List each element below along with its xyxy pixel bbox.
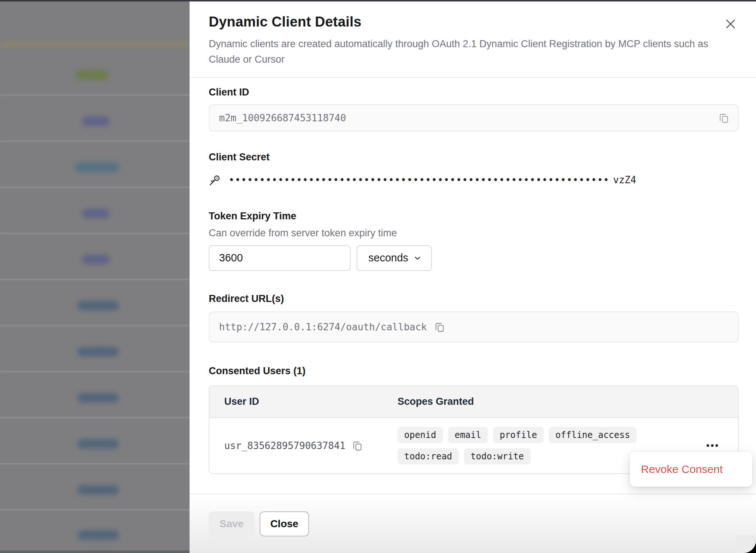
backdrop-accent-band (0, 41, 190, 48)
token-expiry-unit-select[interactable]: seconds (357, 245, 432, 271)
row-actions-menu-button[interactable] (703, 441, 722, 451)
chevron-down-icon (413, 253, 422, 263)
user-id-cell: usr_83562895790637841 (209, 439, 398, 452)
redirect-urls-field: http://127.0.0.1:6274/oauth/callback (209, 312, 739, 342)
client-id-label: Client ID (209, 86, 739, 98)
dynamic-client-details-dialog: Dynamic Client Details Dynamic clients a… (190, 1, 756, 553)
scope-chip: todo:read (398, 448, 459, 465)
backdrop-overlay (0, 0, 190, 553)
dialog-footer: Save Close (190, 494, 756, 553)
close-icon (724, 17, 738, 31)
token-expiry-section: Token Expiry Time Can override from serv… (209, 210, 739, 271)
client-id-field: m2m_100926687453118740 (209, 104, 739, 132)
client-secret-label: Client Secret (209, 151, 739, 163)
token-expiry-label: Token Expiry Time (209, 210, 739, 222)
dialog-header: Dynamic Client Details Dynamic clients a… (190, 1, 756, 78)
column-header-user-id: User ID (209, 396, 398, 407)
user-id-value: usr_83562895790637841 (224, 440, 346, 451)
copy-client-id-button[interactable] (718, 112, 730, 124)
scope-chip: profile (493, 427, 544, 443)
copy-icon (434, 321, 445, 333)
client-id-value: m2m_100926687453118740 (219, 112, 346, 124)
close-button[interactable]: Close (260, 511, 309, 536)
close-dialog-button[interactable] (723, 16, 738, 32)
token-expiry-input[interactable] (209, 245, 351, 271)
copy-icon (351, 439, 363, 452)
row-actions-context-menu: Revoke Consent (630, 452, 752, 487)
dialog-body: Client ID m2m_100926687453118740 Client … (190, 78, 756, 494)
token-expiry-unit-value: seconds (368, 252, 408, 264)
table-header-row: User ID Scopes Granted (209, 386, 738, 418)
scope-chip: todo:write (464, 448, 531, 465)
scope-chip: offline_access (549, 427, 637, 443)
revoke-consent-menu-item[interactable]: Revoke Consent (641, 463, 723, 476)
token-expiry-row: seconds (209, 245, 739, 271)
client-secret-row: ••••••••••••••••••••••••••••••••••••••••… (209, 172, 739, 188)
screen: Dynamic Client Details Dynamic clients a… (0, 0, 756, 553)
redirect-urls-label: Redirect URL(s) (209, 292, 739, 305)
client-secret-suffix: vzZ4 (613, 174, 637, 185)
redirect-url-value: http://127.0.0.1:6274/oauth/callback (219, 321, 427, 333)
key-icon (209, 174, 221, 186)
scope-chip: openid (398, 427, 443, 443)
consented-users-label: Consented Users (1) (209, 365, 739, 377)
token-expiry-helper: Can override from server token expiry ti… (209, 227, 739, 239)
window-top-bar (0, 0, 756, 1)
window-corner (737, 535, 756, 553)
column-header-scopes: Scopes Granted (398, 396, 694, 407)
copy-user-id-button[interactable] (351, 439, 363, 452)
client-id-section: Client ID m2m_100926687453118740 (209, 86, 739, 132)
dialog-description: Dynamic clients are created automaticall… (209, 36, 725, 67)
copy-icon (718, 112, 730, 124)
scope-chip: email (448, 427, 488, 443)
save-button[interactable]: Save (209, 511, 254, 536)
client-secret-masked: ••••••••••••••••••••••••••••••••••••••••… (229, 174, 610, 185)
backdrop-bottom-strip (0, 550, 190, 553)
redirect-urls-section: Redirect URL(s) http://127.0.0.1:6274/oa… (209, 292, 739, 342)
dialog-title: Dynamic Client Details (209, 14, 734, 30)
copy-redirect-url-button[interactable] (434, 321, 445, 333)
client-secret-section: Client Secret ••••••••••••••••••••••••••… (209, 151, 739, 188)
